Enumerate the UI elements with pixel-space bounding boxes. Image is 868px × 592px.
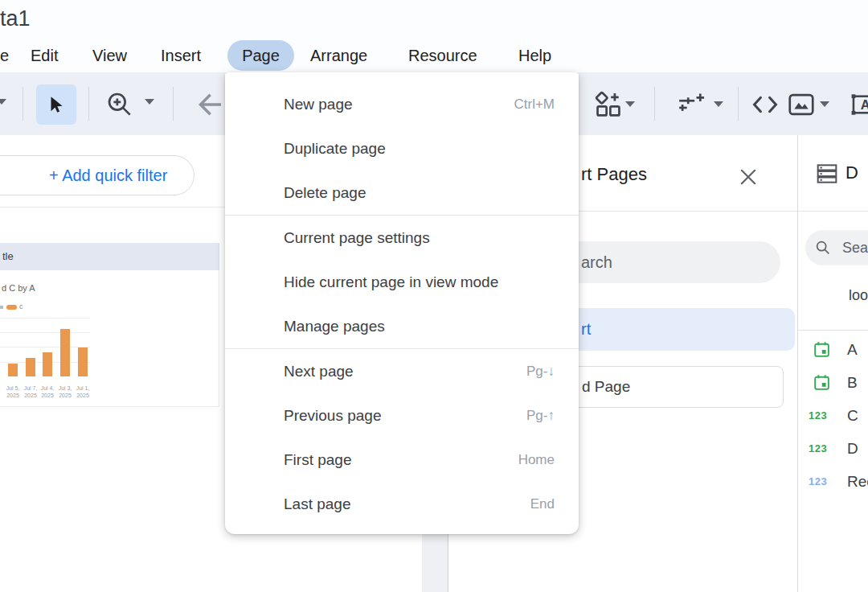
chart-bar: [8, 364, 18, 376]
select-tool-button[interactable]: [36, 84, 76, 125]
menu-item-manage-pages[interactable]: Manage pages: [225, 304, 579, 348]
menu-resource[interactable]: Resource: [408, 39, 477, 72]
menu-item-next-page[interactable]: Next pagePg-↓: [225, 349, 579, 393]
add-image-caret-icon[interactable]: [820, 101, 829, 107]
add-page-label: d Page: [582, 367, 630, 407]
menu-item-new-page[interactable]: New pageCtrl+M: [225, 82, 579, 126]
field-row-rec[interactable]: 123Rec: [798, 465, 868, 498]
field-row-a[interactable]: A: [798, 333, 868, 366]
field-label: C: [847, 399, 858, 432]
add-quick-filter-button[interactable]: + Add quick filter: [0, 155, 194, 195]
data-source-name[interactable]: loo: [849, 287, 868, 304]
calendar-icon: [812, 339, 832, 360]
menu-item-label: Next page: [284, 363, 526, 380]
add-chart-icon[interactable]: [593, 89, 624, 120]
menu-item-label: Delete page: [284, 184, 555, 202]
menu-item-label: Last page: [284, 495, 530, 513]
pages-panel-title: rt Pages: [581, 164, 647, 185]
menu-item-hide-current-page-in-view-mode[interactable]: Hide current page in view mode: [225, 260, 579, 304]
chart-card[interactable]: d C by A c Jul 5,2025Jul 7,2025Jul 4,202…: [0, 270, 219, 407]
chart-bar: [60, 329, 70, 376]
zoom-caret-icon[interactable]: [145, 99, 154, 105]
toolbar-divider: [654, 87, 655, 121]
toolbar-divider: [23, 87, 23, 121]
menu-item-label: Previous page: [284, 407, 526, 425]
menu-item-label: Current page settings: [284, 229, 555, 247]
field-row-c[interactable]: 123C: [798, 399, 868, 432]
chart-bar: [26, 358, 35, 376]
selected-page-label: rt: [581, 308, 591, 351]
field-row-d[interactable]: 123D: [798, 432, 868, 465]
menu-edit[interactable]: Edit: [31, 39, 58, 72]
selected-page-item[interactable]: rt: [544, 308, 795, 351]
field-label: B: [847, 366, 858, 399]
panel-divider: [798, 330, 868, 331]
pages-search-text: arch: [581, 241, 612, 283]
numeric-icon: 123: [809, 442, 827, 454]
data-panel-icon: [814, 161, 840, 187]
add-control-caret-icon[interactable]: [714, 101, 723, 107]
toolbar-divider: [738, 87, 739, 121]
menu-item-shortcut: Home: [518, 452, 555, 468]
add-image-icon[interactable]: [786, 89, 817, 120]
menu-help[interactable]: Help: [518, 39, 551, 72]
menu-item-label: Manage pages: [284, 318, 555, 335]
menu-page-active[interactable]: Page: [227, 40, 294, 71]
looker-studio-app: ta1 e Edit View Insert Page Arrange Reso…: [0, 0, 868, 592]
add-quick-filter-label: + Add quick filter: [49, 156, 167, 195]
undo-back-icon[interactable]: [193, 88, 227, 121]
menu-item-shortcut: Pg-↑: [526, 408, 555, 424]
add-control-icon[interactable]: [675, 89, 709, 120]
embed-code-icon[interactable]: [750, 89, 780, 120]
menu-item-first-page[interactable]: First pageHome: [225, 438, 579, 482]
menu-item-label: Hide current page in view mode: [284, 273, 555, 291]
toolbar-divider: [88, 87, 89, 121]
legend-swatch: [6, 305, 17, 310]
panel-divider: [798, 211, 868, 212]
data-search-text: Sea: [842, 230, 868, 265]
numeric-icon: 123: [809, 409, 827, 421]
field-label: Rec: [847, 465, 868, 498]
menu-item-last-page[interactable]: Last pageEnd: [225, 482, 579, 526]
menu-item-label: Duplicate page: [284, 140, 555, 158]
cursor-arrow-icon: [46, 94, 67, 115]
chart-bar: [78, 347, 88, 376]
menu-item-current-page-settings[interactable]: Current page settings: [225, 216, 579, 260]
data-panel-title: D: [845, 162, 858, 183]
field-list: AB123C123D123Rec: [798, 333, 868, 498]
numeric-icon: 123: [809, 475, 827, 487]
chart-header-title: tle: [2, 243, 14, 270]
chart-bar: [43, 352, 52, 376]
dropdown-caret-icon[interactable]: [0, 99, 6, 105]
add-text-icon[interactable]: A: [849, 89, 868, 120]
title-bar: ta1: [0, 0, 868, 39]
menu-bar: e Edit View Insert Page Arrange Resource…: [0, 39, 868, 72]
calendar-icon: [812, 372, 832, 393]
legend-label: c: [19, 302, 23, 310]
page-menu-dropdown: New pageCtrl+MDuplicate pageDelete pageC…: [225, 72, 579, 534]
toolbar-divider: [173, 87, 174, 121]
menu-insert[interactable]: Insert: [161, 39, 201, 72]
data-panel: D Sea loo AB123C123D123Rec: [797, 135, 868, 592]
menu-item-previous-page[interactable]: Previous pagePg-↑: [225, 393, 579, 438]
chart-card-header[interactable]: tle: [0, 243, 219, 270]
menu-item-duplicate-page[interactable]: Duplicate page: [225, 126, 579, 171]
field-label: D: [847, 432, 858, 465]
zoom-icon[interactable]: [104, 89, 135, 120]
search-icon: [814, 239, 832, 257]
close-icon[interactable]: [737, 166, 760, 188]
report-title[interactable]: ta1: [0, 6, 31, 31]
menu-file[interactable]: e: [0, 39, 9, 72]
chart-title: d C by A: [2, 283, 35, 293]
field-label: A: [847, 333, 858, 366]
menu-item-shortcut: Ctrl+M: [514, 97, 555, 113]
field-row-b[interactable]: B: [798, 366, 868, 399]
menu-arrange[interactable]: Arrange: [310, 39, 367, 72]
data-search-input[interactable]: Sea: [805, 230, 868, 265]
add-chart-caret-icon[interactable]: [625, 101, 635, 107]
bar-chart-plot: [0, 318, 90, 376]
menu-item-delete-page[interactable]: Delete page: [225, 171, 579, 215]
legend-marker-fragment: [0, 306, 3, 309]
menu-item-label: New page: [284, 96, 514, 113]
menu-view[interactable]: View: [92, 39, 127, 72]
